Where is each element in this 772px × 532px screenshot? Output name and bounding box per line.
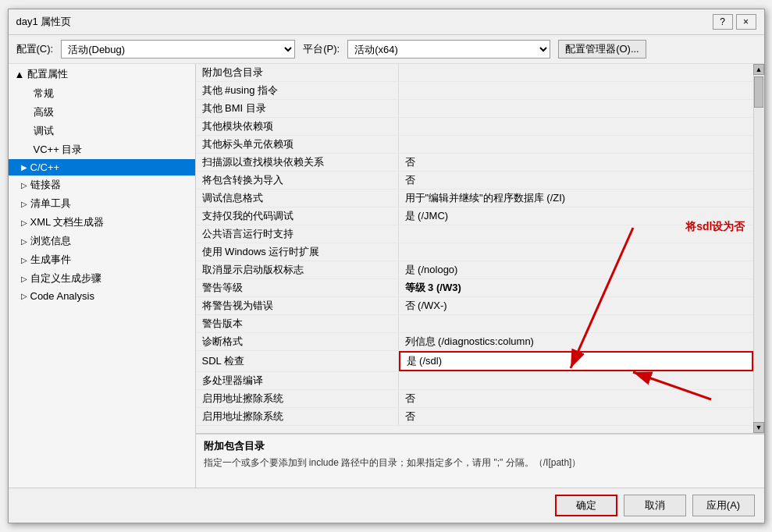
desc-text: 指定一个或多个要添加到 include 路径中的目录；如果指定多个，请用 ";"… [204, 456, 756, 470]
prop-name: 其他 #using 指令 [196, 82, 399, 99]
sidebar-label-linker: 链接器 [30, 178, 61, 192]
prop-value [399, 136, 753, 153]
prop-row-bmi[interactable]: 其他 BMI 目录 [196, 100, 753, 118]
title-bar-buttons: ? × [713, 14, 756, 30]
prop-name: 将包含转换为导入 [196, 172, 399, 189]
sidebar-label-xml: XML 文档生成器 [30, 215, 105, 229]
annotation-container: 将sdl设为否 [196, 64, 753, 426]
sidebar-label-browse: 浏览信息 [30, 234, 71, 248]
sidebar-item-build-events[interactable]: ▷ 生成事件 [9, 250, 195, 269]
close-button[interactable]: × [736, 14, 756, 30]
build-events-arrow-icon: ▷ [21, 256, 27, 264]
sidebar-item-browse[interactable]: ▷ 浏览信息 [9, 232, 195, 250]
prop-value: 否 [399, 408, 753, 425]
sidebar-label-code-analysis: Code Analysis [30, 290, 94, 302]
custom-build-arrow-icon: ▷ [21, 275, 27, 283]
prop-row-include-dirs[interactable]: 附加包含目录 [196, 64, 753, 82]
scrollbar-track[interactable]: ▲ ▼ [753, 64, 764, 433]
prop-value [399, 64, 753, 81]
section-label: 配置属性 [27, 67, 68, 81]
sidebar-label-cpp: C/C++ [30, 161, 60, 173]
right-panel: 将sdl设为否 [196, 64, 764, 488]
properties-wrapper: 将sdl设为否 [196, 64, 764, 433]
sidebar-label-vcdirs: VC++ 目录 [34, 143, 83, 157]
ok-button[interactable]: 确定 [555, 495, 617, 516]
prop-name: 使用 Windows 运行时扩展 [196, 243, 399, 261]
section-arrow: ▲ [15, 69, 25, 80]
sidebar-item-debug[interactable]: 调试 [9, 122, 195, 140]
prop-name: 诊断格式 [196, 333, 399, 350]
sidebar-label-manifest: 清单工具 [30, 197, 71, 211]
config-label: 配置(C): [16, 42, 54, 56]
prop-value: 否 [399, 390, 753, 407]
prop-value: 否 (/WX-) [399, 297, 753, 314]
sidebar-item-manifest[interactable]: ▷ 清单工具 [9, 194, 195, 213]
prop-row-diag-format[interactable]: 诊断格式 列信息 (/diagnostics:column) [196, 333, 753, 351]
prop-name: 公共语言运行时支持 [196, 225, 399, 243]
prop-value: 否 [399, 154, 753, 171]
prop-name: 启用地址擦除系统 [196, 408, 399, 425]
sidebar-label-custom-build: 自定义生成步骤 [30, 271, 101, 286]
config-manager-button[interactable]: 配置管理器(O)... [558, 40, 646, 59]
sidebar-section-config[interactable]: ▲ 配置属性 [9, 64, 195, 84]
prop-value: 用于"编辑并继续"的程序数据库 (/ZI) [399, 190, 753, 207]
prop-row-multiprocessor[interactable]: 多处理器编译 [196, 372, 753, 390]
prop-value [399, 372, 753, 389]
prop-name-sdl: SDL 检查 [196, 351, 399, 371]
sidebar-item-xml[interactable]: ▷ XML 文档生成器 [9, 213, 195, 232]
prop-name: 其他 BMI 目录 [196, 100, 399, 117]
scroll-area [754, 75, 764, 422]
sidebar-item-advanced[interactable]: 高级 [9, 103, 195, 122]
prop-row-using[interactable]: 其他 #using 指令 [196, 82, 753, 100]
sidebar-item-custom-build[interactable]: ▷ 自定义生成步骤 [9, 269, 195, 288]
prop-name: 将警告视为错误 [196, 297, 399, 314]
sidebar-item-general[interactable]: 常规 [9, 84, 195, 103]
help-button[interactable]: ? [713, 14, 733, 30]
sidebar-label-build-events: 生成事件 [30, 253, 71, 267]
sidebar-item-cpp[interactable]: ▶ C/C++ [9, 159, 195, 176]
sidebar-item-code-analysis[interactable]: ▷ Code Analysis [9, 288, 195, 304]
properties-table: 将sdl设为否 [196, 64, 753, 433]
sidebar-item-linker[interactable]: ▷ 链接器 [9, 176, 195, 194]
prop-value: 列信息 (/diagnostics:column) [399, 333, 753, 350]
prop-row-asan2[interactable]: 启用地址擦除系统 否 [196, 408, 753, 426]
prop-row-warning-error[interactable]: 将警告视为错误 否 (/WX-) [196, 297, 753, 315]
prop-row-convert-include[interactable]: 将包含转换为导入 否 [196, 172, 753, 190]
scroll-up-btn[interactable]: ▲ [753, 64, 764, 75]
prop-row-nologo[interactable]: 取消显示启动版权标志 是 (/nologo) [196, 261, 753, 279]
prop-value [399, 243, 753, 261]
prop-value: 否 [399, 172, 753, 189]
prop-name: 启用地址擦除系统 [196, 390, 399, 407]
prop-row-sdl[interactable]: SDL 检查 是 (/sdl) [196, 351, 753, 372]
prop-row-clr[interactable]: 公共语言运行时支持 [196, 225, 753, 243]
config-select[interactable]: 活动(Debug) [61, 40, 295, 59]
scroll-thumb[interactable] [754, 76, 763, 108]
prop-value [399, 100, 753, 117]
prop-row-header-deps[interactable]: 其他标头单元依赖项 [196, 136, 753, 154]
cancel-button[interactable]: 取消 [624, 495, 686, 516]
prop-value [399, 315, 753, 332]
prop-row-winrt[interactable]: 使用 Windows 运行时扩展 [196, 243, 753, 261]
prop-name: 警告等级 [196, 279, 399, 296]
prop-name: 调试信息格式 [196, 190, 399, 207]
prop-name: 警告版本 [196, 315, 399, 332]
browse-arrow-icon: ▷ [21, 237, 27, 246]
sidebar-item-vcdirs[interactable]: VC++ 目录 [9, 140, 195, 159]
prop-row-warning-level[interactable]: 警告等级 等级 3 (/W3) [196, 279, 753, 297]
config-row: 配置(C): 活动(Debug) 平台(P): 活动(x64) 配置管理器(O)… [9, 35, 764, 64]
prop-row-asan[interactable]: 启用地址擦除系统 否 [196, 390, 753, 408]
title-bar: day1 属性页 ? × [9, 9, 764, 35]
prop-row-my-code[interactable]: 支持仅我的代码调试 是 (/JMC) [196, 207, 753, 225]
sidebar: ▲ 配置属性 常规 高级 调试 VC++ 目录 ▶ C/C++ ▷ 链接器 [9, 64, 196, 488]
prop-value: 是 (/nologo) [399, 261, 753, 278]
prop-row-scan-modules[interactable]: 扫描源以查找模块依赖关系 否 [196, 154, 753, 172]
prop-row-module-deps[interactable]: 其他模块依赖项 [196, 118, 753, 136]
apply-button[interactable]: 应用(A) [692, 495, 755, 516]
prop-row-warning-version[interactable]: 警告版本 [196, 315, 753, 333]
prop-row-debug-format[interactable]: 调试信息格式 用于"编辑并继续"的程序数据库 (/ZI) [196, 190, 753, 207]
cpp-arrow-icon: ▶ [21, 163, 27, 172]
scroll-down-btn[interactable]: ▼ [753, 422, 764, 433]
prop-name: 扫描源以查找模块依赖关系 [196, 154, 399, 171]
dialog-title: day1 属性页 [16, 15, 72, 29]
platform-select[interactable]: 活动(x64) [347, 40, 550, 59]
